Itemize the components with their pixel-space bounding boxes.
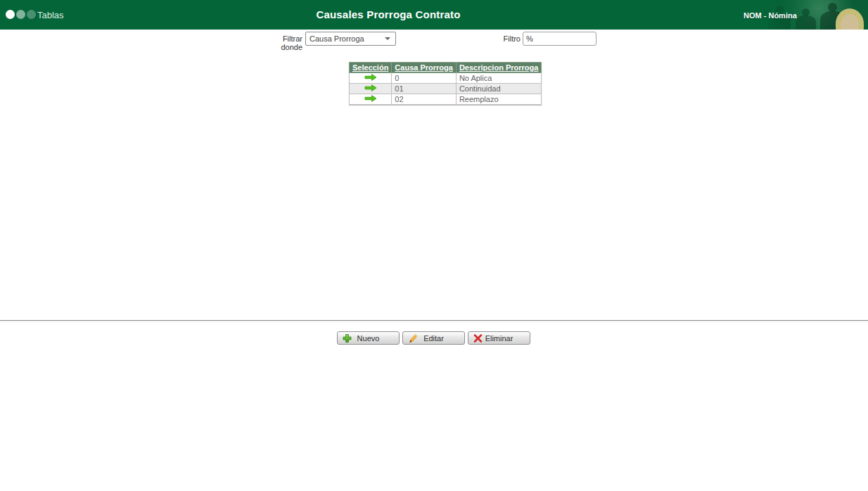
top-header-bar: Tablas Causales Prorroga Contrato NOM - … [0,0,868,30]
select-row-button[interactable] [350,84,392,94]
table-row: 01 Continuidad [350,84,542,94]
cell-causa: 02 [392,94,457,105]
green-arrow-icon [364,95,377,102]
filter-where-label: Filtrar donde [260,34,302,51]
filter-value-input[interactable] [523,32,596,46]
column-header-seleccion[interactable]: Selección [350,63,392,73]
edit-button[interactable]: Editar [402,331,465,345]
delete-button-label: Eliminar [485,334,513,343]
action-buttons-bar: Nuevo Editar Eliminar [337,331,530,345]
causales-table: Selección Causa Prorroga Descripcion Pro… [349,62,542,105]
select-row-button[interactable] [350,94,392,105]
plus-icon [343,333,352,343]
table-header-row: Selección Causa Prorroga Descripcion Pro… [350,63,542,73]
cell-descripcion: Continuidad [456,84,541,94]
filter-column-select-value: Causa Prorroga [306,34,385,43]
filter-row: Filtrar donde Causa Prorroga Filtro [0,31,868,48]
page-title: Causales Prorroga Contrato [0,8,777,20]
cell-causa: 01 [392,84,457,94]
table-row: 02 Reemplazo [350,94,542,105]
cell-causa: 0 [392,73,457,84]
delete-button[interactable]: Eliminar [468,331,530,345]
chevron-down-icon [385,37,390,40]
column-header-descripcion[interactable]: Descripcion Prorroga [456,63,541,73]
page: Tablas Causales Prorroga Contrato NOM - … [0,0,868,491]
new-button[interactable]: Nuevo [337,331,400,345]
footer-separator [0,320,868,322]
filter-value-label: Filtro [501,34,521,43]
table-row: 0 No Aplica [350,73,542,84]
pencil-icon [408,333,418,343]
filter-column-select[interactable]: Causa Prorroga [305,32,396,46]
cell-descripcion: No Aplica [456,73,541,84]
column-header-causa[interactable]: Causa Prorroga [392,63,457,73]
red-x-icon [473,333,483,343]
new-button-label: Nuevo [357,334,380,343]
edit-button-label: Editar [423,334,444,343]
green-arrow-icon [364,84,377,91]
cell-descripcion: Reemplazo [456,94,541,105]
module-label: NOM - Nómina [743,11,797,20]
select-row-button[interactable] [350,73,392,84]
green-arrow-icon [364,74,377,81]
